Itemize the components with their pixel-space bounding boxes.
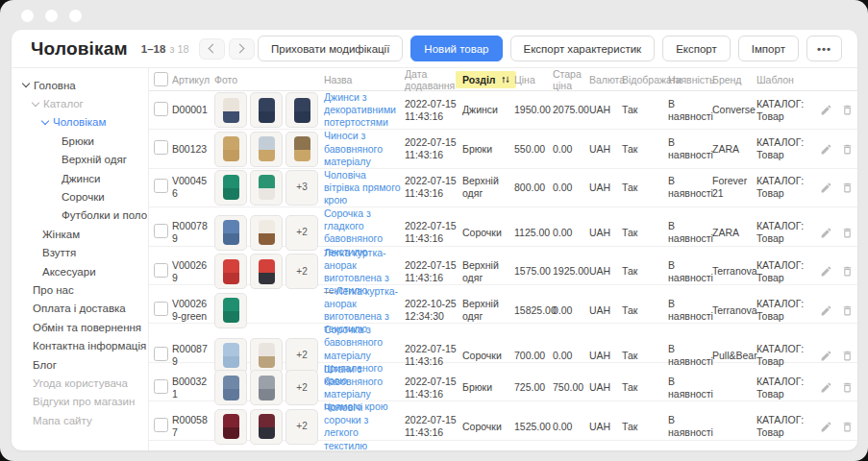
product-photo[interactable] bbox=[214, 254, 247, 289]
admin-window: Чоловікам 1–18 з 18 Приховати модифікаці… bbox=[12, 30, 857, 450]
row-checkbox[interactable] bbox=[154, 347, 168, 361]
row-checkbox[interactable] bbox=[154, 418, 168, 432]
row-checkbox[interactable] bbox=[154, 302, 168, 316]
garment-image bbox=[223, 343, 239, 368]
sidebar-item[interactable]: Угода користувача bbox=[12, 374, 148, 392]
minimize-window-dot[interactable] bbox=[45, 10, 58, 22]
maximize-window-dot[interactable] bbox=[69, 10, 82, 22]
product-photo[interactable] bbox=[250, 170, 283, 206]
more-actions-button[interactable]: ••• bbox=[806, 36, 842, 61]
edit-icon[interactable] bbox=[820, 350, 832, 362]
sidebar-item[interactable]: Відгуки про магазин bbox=[12, 393, 148, 411]
import-button[interactable]: Імпорт bbox=[738, 36, 799, 61]
sidebar-item[interactable]: Про нас bbox=[12, 280, 148, 299]
more-photos-badge[interactable]: +2 bbox=[285, 370, 318, 405]
edit-icon[interactable] bbox=[820, 143, 832, 156]
sidebar-item[interactable]: Сорочки bbox=[12, 187, 148, 206]
product-photo[interactable] bbox=[214, 170, 247, 206]
sidebar-item[interactable]: Брюки bbox=[12, 132, 148, 150]
export-button[interactable]: Експорт bbox=[662, 36, 731, 61]
more-photos-badge[interactable]: +3 bbox=[285, 170, 318, 206]
more-photos-badge[interactable]: +2 bbox=[285, 409, 318, 445]
edit-icon[interactable] bbox=[820, 182, 832, 194]
delete-icon[interactable] bbox=[841, 265, 854, 278]
sidebar-item[interactable]: Контактна інформація bbox=[12, 336, 148, 354]
delete-icon[interactable] bbox=[841, 182, 854, 194]
product-name-link[interactable]: Джинси з декоративними потертостями bbox=[324, 91, 396, 128]
sorted-column-header[interactable]: Розділ bbox=[456, 71, 516, 88]
delete-icon[interactable] bbox=[841, 381, 854, 394]
product-name-link[interactable]: Чиноси з бавовняного матеріалу bbox=[324, 130, 383, 166]
product-photo[interactable] bbox=[250, 370, 283, 405]
edit-icon[interactable] bbox=[820, 265, 832, 278]
product-photo[interactable] bbox=[285, 132, 318, 167]
row-checkbox[interactable] bbox=[154, 179, 168, 193]
sidebar-item[interactable]: Футболки и поло bbox=[12, 206, 148, 225]
photos-cell: +3 bbox=[214, 170, 324, 206]
product-photo[interactable] bbox=[214, 293, 247, 328]
sidebar-item[interactable]: Аксесуари bbox=[12, 262, 148, 280]
product-photo[interactable] bbox=[250, 338, 283, 374]
hide-modifications-button[interactable]: Приховати модифікації bbox=[258, 36, 403, 61]
new-product-button[interactable]: Новий товар bbox=[410, 36, 502, 61]
more-photos-badge[interactable]: +2 bbox=[285, 254, 318, 289]
sidebar-item[interactable]: Чоловікам bbox=[12, 113, 148, 132]
row-checkbox[interactable] bbox=[154, 102, 168, 116]
product-photo[interactable] bbox=[214, 409, 247, 445]
section-cell: Сорочки bbox=[462, 421, 514, 433]
product-photo[interactable] bbox=[250, 132, 283, 167]
photos-cell bbox=[214, 92, 324, 128]
next-page-button[interactable] bbox=[229, 38, 255, 60]
product-photo[interactable] bbox=[214, 215, 247, 251]
sidebar-item[interactable]: Джинси bbox=[12, 169, 148, 187]
product-photo[interactable] bbox=[214, 370, 247, 405]
sidebar-item[interactable]: Обмін та повернення bbox=[12, 318, 148, 336]
template-line1: КАТАЛОГ: bbox=[756, 298, 810, 310]
more-photos-count: +2 bbox=[296, 266, 307, 279]
edit-icon[interactable] bbox=[820, 381, 832, 394]
sidebar-item-label: Головна bbox=[34, 80, 76, 91]
product-photo[interactable] bbox=[214, 92, 247, 128]
sidebar-item[interactable]: Жінкам bbox=[12, 225, 148, 243]
product-photo[interactable] bbox=[250, 92, 283, 128]
sidebar-item[interactable]: Блог bbox=[12, 355, 148, 374]
edit-icon[interactable] bbox=[820, 304, 832, 317]
product-photo[interactable] bbox=[285, 92, 318, 128]
delete-icon[interactable] bbox=[841, 304, 854, 317]
sidebar-item[interactable]: Верхній одяг bbox=[12, 151, 148, 169]
product-photo[interactable] bbox=[250, 254, 283, 289]
product-photo[interactable] bbox=[250, 215, 283, 251]
delete-icon[interactable] bbox=[841, 143, 854, 156]
edit-icon[interactable] bbox=[820, 104, 832, 116]
product-name-link[interactable]: Чоловіча вітрівка прямого крою bbox=[324, 169, 401, 206]
sidebar-item[interactable]: Оплата і доставка bbox=[12, 300, 148, 318]
export-characteristics-button[interactable]: Експорт характеристик bbox=[510, 36, 656, 61]
delete-icon[interactable] bbox=[841, 421, 854, 433]
delete-icon[interactable] bbox=[841, 350, 854, 362]
product-photo[interactable] bbox=[250, 409, 283, 445]
prev-page-button[interactable] bbox=[199, 38, 225, 60]
sidebar-item[interactable]: Головна bbox=[12, 76, 148, 94]
sidebar-item[interactable]: Каталог bbox=[12, 94, 148, 112]
edit-icon[interactable] bbox=[820, 227, 832, 239]
row-checkbox[interactable] bbox=[154, 263, 168, 278]
row-checkbox[interactable] bbox=[154, 224, 168, 238]
row-checkbox[interactable] bbox=[154, 379, 168, 394]
close-window-dot[interactable] bbox=[21, 10, 34, 22]
sidebar-item[interactable]: Взуття bbox=[12, 244, 148, 262]
product-name-link[interactable]: Чоловічі сорочки з легкого текстилю bbox=[324, 401, 368, 450]
product-photo[interactable] bbox=[214, 132, 247, 167]
more-photos-badge[interactable]: +2 bbox=[285, 338, 318, 374]
template-line2: Товар bbox=[756, 310, 810, 323]
sku-cell: D00001 bbox=[172, 104, 214, 116]
delete-icon[interactable] bbox=[841, 104, 854, 116]
edit-icon[interactable] bbox=[820, 421, 832, 433]
date-added-cell: 2022-07-1511:43:16 bbox=[405, 220, 462, 245]
select-all-checkbox[interactable] bbox=[154, 72, 168, 86]
delete-icon[interactable] bbox=[841, 227, 854, 239]
sidebar-item[interactable]: Мапа сайту bbox=[12, 411, 148, 429]
template-line2: Товар bbox=[756, 426, 810, 439]
more-photos-badge[interactable]: +2 bbox=[285, 215, 318, 251]
product-photo[interactable] bbox=[214, 338, 247, 374]
row-checkbox[interactable] bbox=[154, 140, 168, 155]
